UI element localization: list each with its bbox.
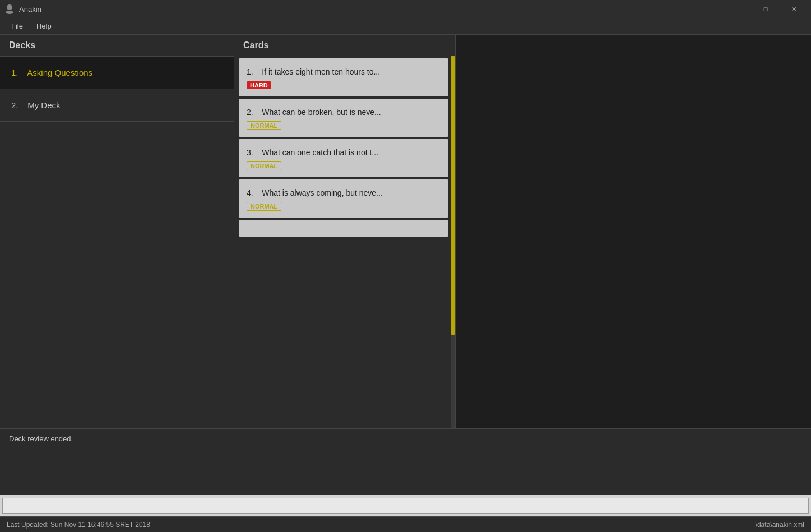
app-icon <box>4 4 15 14</box>
title-bar-controls: — □ ✕ <box>725 0 807 18</box>
card-partial <box>239 220 448 237</box>
decks-header: Decks <box>0 35 234 56</box>
deck-label-2: 2. My Deck <box>11 100 61 110</box>
card-item-1[interactable]: 1. If it takes eight men ten hours to...… <box>239 58 448 96</box>
scroll-thumb[interactable] <box>451 56 455 335</box>
card-badge-1: HARD <box>247 81 271 89</box>
svg-point-1 <box>6 11 13 14</box>
file-path: \data\anakin.xml <box>756 521 804 529</box>
bottom-section: Deck review ended. Last Updated: Sun Nov… <box>0 428 811 532</box>
deck-name-1: Asking Questions <box>27 68 92 77</box>
menu-file[interactable]: File <box>4 20 30 33</box>
card-item-4[interactable]: 4. What is always coming, but neve... NO… <box>239 179 448 218</box>
card-question-4: 4. What is always coming, but neve... <box>247 188 441 197</box>
card-question-3: 3. What can one catch that is not t... <box>247 148 441 157</box>
main-content: Decks 1. Asking Questions 2. My Deck Car… <box>0 35 811 428</box>
deck-number-2: 2. <box>11 100 18 110</box>
cards-list[interactable]: 1. If it takes eight men ten hours to...… <box>234 56 455 428</box>
menu-bar: File Help <box>0 18 811 35</box>
deck-list: 1. Asking Questions 2. My Deck <box>0 56 234 121</box>
deck-number-1: 1. <box>11 68 18 77</box>
card-badge-3: NORMAL <box>247 161 281 170</box>
deck-label-1: 1. Asking Questions <box>11 68 92 77</box>
deck-item-asking-questions[interactable]: 1. Asking Questions <box>0 56 234 89</box>
deck-item-my-deck[interactable]: 2. My Deck <box>0 89 234 121</box>
deck-list-empty <box>0 121 234 428</box>
input-area <box>0 495 811 516</box>
command-input[interactable] <box>2 498 809 514</box>
card-question-2: 2. What can be broken, but is neve... <box>247 108 441 117</box>
status-message: Deck review ended. <box>9 434 73 443</box>
card-question-1: 1. If it takes eight men ten hours to... <box>247 67 441 76</box>
app-title: Anakin <box>19 5 41 13</box>
scroll-track <box>451 56 455 428</box>
decks-panel: Decks 1. Asking Questions 2. My Deck <box>0 35 234 428</box>
footer-bar: Last Updated: Sun Nov 11 16:46:55 SRET 2… <box>0 516 811 532</box>
cards-header: Cards <box>234 35 455 56</box>
status-area: Deck review ended. <box>0 428 811 495</box>
minimize-button[interactable]: — <box>725 0 750 18</box>
maximize-button[interactable]: □ <box>753 0 778 18</box>
card-item-2[interactable]: 2. What can be broken, but is neve... NO… <box>239 99 448 137</box>
close-button[interactable]: ✕ <box>781 0 807 18</box>
card-badge-2: NORMAL <box>247 121 281 130</box>
right-panel <box>456 35 811 428</box>
menu-help[interactable]: Help <box>30 20 58 33</box>
title-bar: Anakin — □ ✕ <box>0 0 811 18</box>
card-badge-4: NORMAL <box>247 202 281 211</box>
svg-point-0 <box>7 4 12 10</box>
card-item-3[interactable]: 3. What can one catch that is not t... N… <box>239 139 448 177</box>
title-bar-left: Anakin <box>4 4 41 14</box>
last-updated: Last Updated: Sun Nov 11 16:46:55 SRET 2… <box>7 521 150 529</box>
cards-panel: Cards 1. If it takes eight men ten hours… <box>234 35 456 428</box>
deck-name-2: My Deck <box>27 100 60 110</box>
